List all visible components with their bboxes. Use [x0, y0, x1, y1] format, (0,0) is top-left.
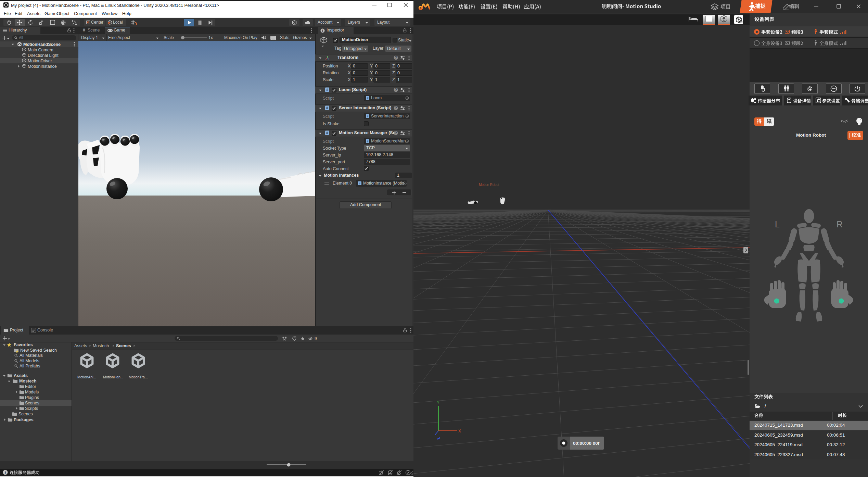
- svg-text:X: X: [458, 429, 461, 434]
- svg-text:Motion Robot: Motion Robot: [479, 183, 499, 187]
- svg-text:Y: Y: [437, 400, 439, 405]
- svg-text:#: #: [367, 115, 368, 118]
- svg-text:#: #: [367, 140, 368, 143]
- svg-text:#: #: [367, 97, 368, 100]
- svg-text:#: #: [326, 131, 328, 135]
- svg-text:i: i: [322, 29, 323, 33]
- svg-text:?: ?: [395, 88, 397, 92]
- svg-text:Z: Z: [437, 436, 440, 441]
- svg-text:?: ?: [395, 56, 397, 60]
- svg-text:#: #: [359, 182, 360, 185]
- svg-text:#: #: [326, 106, 328, 110]
- svg-text:?: ?: [395, 131, 397, 135]
- svg-text:#: #: [326, 88, 328, 92]
- svg-text:?: ?: [395, 106, 397, 110]
